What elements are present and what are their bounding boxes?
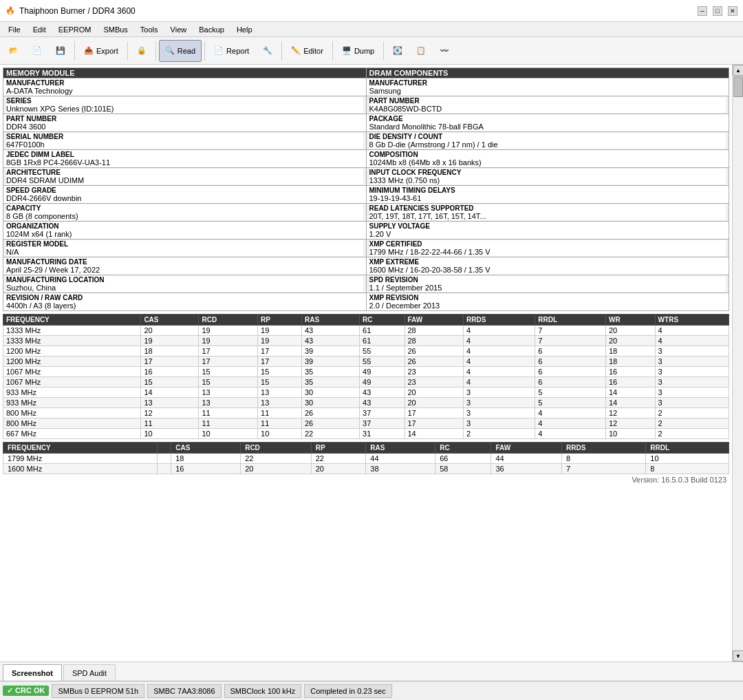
freq-cell: 35 xyxy=(301,367,359,377)
wrench-button[interactable]: 🔧 xyxy=(257,40,279,62)
wave-button[interactable]: 〰️ xyxy=(433,40,455,62)
menu-smbus[interactable]: SMBus xyxy=(98,22,133,36)
maximize-button[interactable]: □ xyxy=(713,6,722,16)
menu-file[interactable]: File xyxy=(3,22,26,36)
menu-help[interactable]: Help xyxy=(231,22,258,36)
freq-cell: 55 xyxy=(360,357,405,367)
scrollable-area[interactable]: MEMORY MODULE DRAM COMPONENTS MANUFACTUR… xyxy=(0,65,732,661)
xmp-cell: 20 xyxy=(311,464,366,474)
freq-cell: 19 xyxy=(141,336,199,346)
xmp-col-header: RRDL xyxy=(646,443,729,454)
read-button[interactable]: 🔍 Read xyxy=(159,40,202,62)
xmp-table: FREQUENCYCASRCDRPRASRCFAWRRDSRRDL 1799 M… xyxy=(3,442,729,474)
title-controls[interactable]: ─ □ ✕ xyxy=(698,6,737,16)
freq-cell: 5 xyxy=(535,398,606,408)
freq-cell: 55 xyxy=(360,346,405,357)
dc-label-10: XMP EXTREME xyxy=(369,258,726,266)
tab-spd-audit[interactable]: SPD Audit xyxy=(63,664,116,681)
xmp-cell: 22 xyxy=(311,454,366,464)
freq-cell: 6 xyxy=(535,377,606,388)
smbclock-info: SMBClock 100 kHz xyxy=(224,684,302,698)
chip2-icon: 📋 xyxy=(416,46,426,55)
freq-cell: 2 xyxy=(655,429,729,439)
dc-value-0: Samsung xyxy=(369,87,726,95)
freq-cell: 26 xyxy=(405,357,464,367)
freq-cell: 15 xyxy=(258,367,302,377)
save-button[interactable]: 💾 xyxy=(50,40,72,62)
freq-cell: 43 xyxy=(360,388,405,398)
freq-cell: 6 xyxy=(535,346,606,357)
freq-cell: 19 xyxy=(258,326,302,336)
freq-cell: 1067 MHz xyxy=(3,367,141,377)
tab-spd-audit-label: SPD Audit xyxy=(72,669,107,677)
menu-tools[interactable]: Tools xyxy=(135,22,164,36)
mm-value-11: Suzhou, China xyxy=(6,284,363,292)
freq-cell: 7 xyxy=(535,326,606,336)
dc-value-12: 2.0 / December 2013 xyxy=(369,301,726,310)
scroll-up-button[interactable]: ▲ xyxy=(733,65,743,76)
xmp-col-header: RP xyxy=(311,443,366,454)
read-icon: 🔍 xyxy=(165,46,175,55)
freq-cell: 30 xyxy=(301,398,359,408)
menu-edit[interactable]: Edit xyxy=(28,22,52,36)
freq-cell: 800 MHz xyxy=(3,408,141,418)
new-button[interactable]: 📄 xyxy=(26,40,48,62)
export-label: Export xyxy=(96,47,118,55)
xmp-cell: 16 xyxy=(171,464,241,474)
scrollbar-track[interactable] xyxy=(733,76,743,650)
menu-eeprom[interactable]: EEPROM xyxy=(53,22,97,36)
dc-label-4: COMPOSITION xyxy=(369,151,726,158)
dc-value-4: 1024Mb x8 (64Mb x8 x 16 banks) xyxy=(369,158,726,167)
freq-cell: 4 xyxy=(535,408,606,418)
xmp-cell xyxy=(158,454,171,464)
minimize-button[interactable]: ─ xyxy=(698,6,707,16)
chip2-button[interactable]: 📋 xyxy=(410,40,432,62)
menu-backup[interactable]: Backup xyxy=(193,22,230,36)
freq-cell: 20 xyxy=(405,388,464,398)
dc-value-5: 1333 MHz (0.750 ns) xyxy=(369,176,726,184)
export-icon: 📤 xyxy=(84,46,94,55)
freq-cell: 49 xyxy=(360,367,405,377)
freq-cell: 31 xyxy=(360,429,405,439)
freq-cell: 39 xyxy=(301,357,359,367)
scrollbar[interactable]: ▲ ▼ xyxy=(732,65,743,661)
freq-cell: 11 xyxy=(199,418,258,429)
mm-label-3: SERIAL NUMBER xyxy=(6,133,363,140)
report-button[interactable]: 📄 Report xyxy=(208,40,255,62)
export-button[interactable]: 📤 Export xyxy=(78,40,125,62)
editor-button[interactable]: ✏️ Editor xyxy=(285,40,330,62)
open-button[interactable]: 📂 xyxy=(3,40,25,62)
dc-label-3: DIE DENSITY / COUNT xyxy=(369,133,726,140)
info-table: MEMORY MODULE DRAM COMPONENTS MANUFACTUR… xyxy=(3,67,729,311)
dc-value-8: 1.20 V xyxy=(369,230,726,238)
freq-cell: 3 xyxy=(464,398,535,408)
freq-col-header: RCD xyxy=(199,315,258,326)
freq-cell: 2 xyxy=(655,408,729,418)
freq-cell: 3 xyxy=(464,388,535,398)
lock-button[interactable]: 🔒 xyxy=(131,40,153,62)
dump-button[interactable]: 🖥️ Dump xyxy=(336,40,380,62)
freq-cell: 23 xyxy=(405,377,464,388)
dc-label-1: PART NUMBER xyxy=(369,97,726,105)
main-content: MEMORY MODULE DRAM COMPONENTS MANUFACTUR… xyxy=(0,65,743,661)
mm-value-9: N/A xyxy=(6,248,363,256)
toolbar: 📂 📄 💾 📤 Export 🔒 🔍 Read 📄 Report 🔧 ✏️ Ed… xyxy=(0,37,743,65)
freq-cell: 35 xyxy=(301,377,359,388)
mm-value-5: DDR4 SDRAM UDIMM xyxy=(6,176,363,184)
dc-value-2: Standard Monolithic 78-ball FBGA xyxy=(369,123,726,131)
freq-col-header: WR xyxy=(605,315,655,326)
freq-cell: 20 xyxy=(605,326,655,336)
tab-screenshot[interactable]: Screenshot xyxy=(3,664,62,681)
freq-cell: 3 xyxy=(655,388,729,398)
sep3 xyxy=(155,41,156,61)
menu-view[interactable]: View xyxy=(165,22,193,36)
scrollbar-thumb[interactable] xyxy=(733,76,743,97)
scroll-down-button[interactable]: ▼ xyxy=(733,650,743,661)
chip1-button[interactable]: 💽 xyxy=(387,40,409,62)
dc-value-10: 1600 MHz / 16-20-20-38-58 / 1.35 V xyxy=(369,266,726,274)
mm-value-1: Unknown XPG Series (ID:101E) xyxy=(6,105,363,113)
freq-cell: 28 xyxy=(405,336,464,346)
mm-value-8: 1024M x64 (1 rank) xyxy=(6,230,363,238)
freq-cell: 61 xyxy=(360,326,405,336)
close-button[interactable]: ✕ xyxy=(728,6,737,16)
